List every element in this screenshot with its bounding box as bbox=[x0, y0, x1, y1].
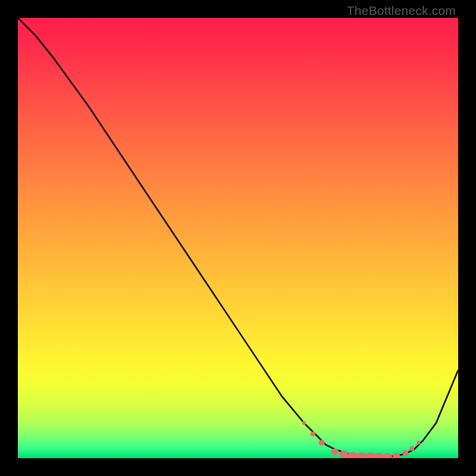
marker-point bbox=[339, 450, 348, 458]
marker-point bbox=[402, 450, 408, 455]
marker-point bbox=[383, 453, 392, 458]
watermark: TheBottleneck.com bbox=[347, 4, 456, 18]
chart-frame: TheBottleneck.com bbox=[0, 0, 476, 476]
marker-point bbox=[393, 453, 400, 458]
plot-background bbox=[18, 18, 458, 458]
marker-point bbox=[311, 431, 315, 436]
marker-point bbox=[302, 421, 306, 425]
marker-point bbox=[331, 449, 339, 455]
marker-point bbox=[409, 446, 414, 451]
marker-point bbox=[374, 453, 384, 458]
chart-svg bbox=[18, 18, 458, 458]
marker-point bbox=[416, 441, 420, 445]
chart-curve bbox=[18, 18, 458, 457]
marker-point bbox=[318, 440, 324, 445]
